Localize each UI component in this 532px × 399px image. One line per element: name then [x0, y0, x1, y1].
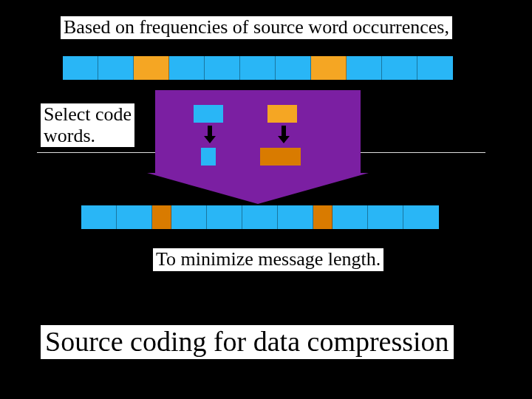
- guide-line-left: [37, 152, 155, 153]
- swatch-before-blue: [194, 105, 223, 123]
- select-code-words-label: Select code words.: [41, 103, 134, 147]
- cell-blue: [207, 205, 242, 229]
- cell-darkorange: [152, 205, 171, 229]
- cell-blue: [117, 205, 152, 229]
- coded-symbol-row: [81, 205, 439, 229]
- cell-blue: [403, 205, 439, 229]
- cell-darkorange: [313, 205, 332, 229]
- cell-blue: [98, 56, 134, 80]
- swatch-after-orange: [260, 148, 301, 166]
- mini-arrow-shaft: [282, 126, 286, 136]
- mini-arrow-shaft: [208, 126, 212, 136]
- cell-blue: [242, 205, 278, 229]
- guide-line-right: [360, 152, 485, 153]
- cell-blue: [205, 56, 240, 80]
- mini-arrow-head: [204, 136, 216, 143]
- mini-arrow-head: [278, 136, 290, 143]
- cell-blue: [81, 205, 117, 229]
- cell-orange: [311, 56, 347, 80]
- big-arrow-body: [155, 90, 361, 173]
- swatch-before-orange: [267, 105, 297, 123]
- cell-blue: [347, 56, 382, 80]
- cell-blue: [169, 56, 205, 80]
- slide-title: Source coding for data compression: [41, 325, 454, 359]
- cell-orange: [134, 56, 169, 80]
- swatch-after-blue: [201, 148, 216, 166]
- source-symbol-row: [63, 56, 453, 80]
- cell-blue: [63, 56, 98, 80]
- cell-blue: [278, 205, 313, 229]
- cell-blue: [368, 205, 403, 229]
- heading-top: Based on frequencies of source word occu…: [61, 16, 452, 39]
- big-arrow-tip: [147, 173, 369, 204]
- select-line-2: words.: [44, 125, 95, 146]
- cell-blue: [417, 56, 453, 80]
- select-line-1: Select code: [44, 103, 132, 125]
- mini-arrow-right: [278, 126, 290, 143]
- mini-arrow-left: [204, 126, 216, 143]
- cell-blue: [382, 56, 417, 80]
- cell-blue: [240, 56, 276, 80]
- cell-blue: [332, 205, 368, 229]
- cell-blue: [276, 56, 311, 80]
- cell-blue: [171, 205, 207, 229]
- minimize-label: To minimize message length.: [153, 248, 383, 271]
